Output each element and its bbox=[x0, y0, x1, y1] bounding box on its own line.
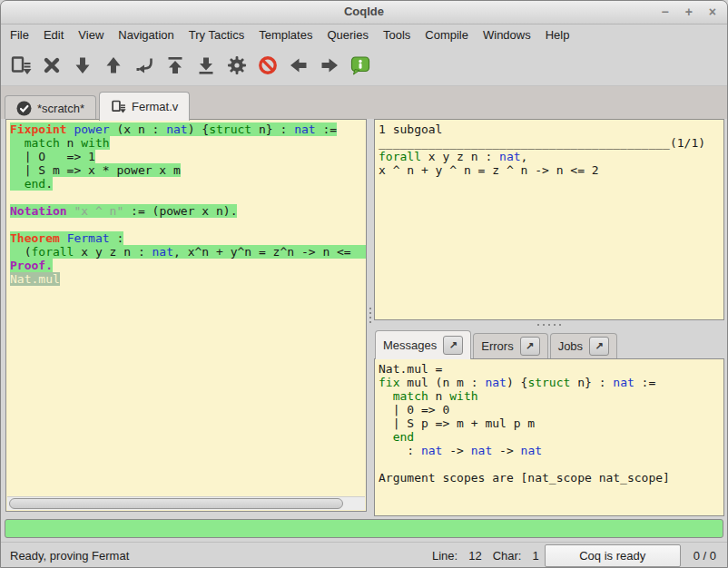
detach-arrow-icon: ↗ bbox=[526, 340, 534, 352]
arrow-down-icon bbox=[72, 54, 93, 76]
toolbar-go-to-start-button[interactable] bbox=[160, 50, 191, 81]
detach-arrow-icon: ↗ bbox=[449, 339, 457, 351]
script-editor-pane[interactable]: Fixpoint power (x n : nat) {struct n} : … bbox=[5, 119, 367, 512]
messages-text: Nat.mul =fix mul (n m : nat) {struct n} … bbox=[375, 359, 723, 485]
tab-label: *scratch* bbox=[37, 102, 84, 115]
check-icon bbox=[16, 101, 32, 116]
horizontal-scrollbar[interactable] bbox=[7, 496, 365, 510]
tab-label: Messages bbox=[383, 338, 437, 352]
coq-state-indicator: Coq is ready bbox=[545, 544, 681, 567]
menu-file[interactable]: File bbox=[3, 25, 36, 44]
menu-tools[interactable]: Tools bbox=[376, 25, 418, 44]
goals-text: 1 subgoal_______________________________… bbox=[375, 120, 723, 177]
vertical-splitter[interactable] bbox=[367, 119, 374, 512]
toolbar bbox=[1, 45, 727, 86]
status-message: Ready, proving Fermat bbox=[10, 549, 421, 563]
tab-fermat[interactable]: Fermat.v bbox=[99, 92, 190, 121]
tab-jobs[interactable]: Jobs ↗ bbox=[550, 333, 617, 358]
toolbar-step-up-button[interactable] bbox=[98, 50, 129, 81]
splitter-dot bbox=[543, 324, 545, 326]
menu-queries[interactable]: Queries bbox=[320, 25, 376, 44]
splitter-dot bbox=[554, 324, 556, 326]
menu-edit[interactable]: Edit bbox=[36, 25, 71, 44]
toolbar-go-to-end-button[interactable] bbox=[191, 50, 221, 81]
menu-compile[interactable]: Compile bbox=[418, 25, 476, 44]
detach-button[interactable]: ↗ bbox=[520, 337, 540, 356]
goals-pane[interactable]: 1 subgoal_______________________________… bbox=[374, 119, 724, 320]
detach-button[interactable]: ↗ bbox=[443, 336, 463, 355]
toolbar-go-to-cursor-button[interactable] bbox=[129, 50, 160, 81]
tab-errors[interactable]: Errors ↗ bbox=[473, 333, 547, 358]
stop-icon bbox=[257, 54, 279, 76]
tab-scratch[interactable]: *scratch* bbox=[5, 95, 96, 120]
menu-windows[interactable]: Windows bbox=[476, 25, 538, 44]
char-value: 1 bbox=[532, 549, 538, 563]
menu-try-tactics[interactable]: Try Tactics bbox=[182, 25, 251, 44]
arrow-up-icon bbox=[103, 54, 124, 76]
tab-messages[interactable]: Messages ↗ bbox=[375, 330, 471, 359]
progress-bar bbox=[5, 519, 723, 538]
close-button[interactable]: × bbox=[709, 4, 716, 20]
buffer-tab-bar: *scratch* Fermat.v bbox=[1, 86, 727, 121]
save-icon bbox=[111, 99, 126, 114]
toolbar-back-button[interactable] bbox=[283, 50, 314, 81]
arrow-right-icon bbox=[319, 54, 340, 76]
window-title: CoqIde bbox=[1, 5, 727, 18]
tab-label: Fermat.v bbox=[132, 100, 178, 113]
title-bar[interactable]: CoqIde − + × bbox=[1, 1, 727, 24]
line-value: 12 bbox=[468, 549, 481, 563]
toolbar-close-button[interactable] bbox=[36, 50, 67, 81]
detach-arrow-icon: ↗ bbox=[595, 340, 604, 352]
save-icon bbox=[10, 54, 32, 76]
menu-bar: File Edit View Navigation Try Tactics Te… bbox=[1, 24, 727, 45]
window-controls: − + × bbox=[661, 4, 716, 20]
minimize-button[interactable]: − bbox=[661, 4, 668, 20]
splitter-dot bbox=[559, 324, 561, 326]
menu-navigation[interactable]: Navigation bbox=[111, 25, 181, 44]
menu-help[interactable]: Help bbox=[538, 25, 577, 44]
splitter-dot bbox=[369, 321, 371, 323]
splitter-dot bbox=[369, 312, 371, 314]
messages-tab-bar: Messages ↗ Errors ↗ Jobs ↗ bbox=[374, 329, 724, 358]
splitter-dot bbox=[369, 317, 371, 318]
toolbar-step-down-button[interactable] bbox=[67, 50, 98, 81]
toolbar-fully-check-button[interactable] bbox=[221, 50, 252, 81]
char-label: Char: bbox=[493, 549, 522, 563]
status-bar: Ready, proving Fermat Line: 12 Char: 1 C… bbox=[1, 542, 728, 568]
toolbar-interrupt-button[interactable] bbox=[252, 50, 283, 81]
menu-view[interactable]: View bbox=[71, 25, 111, 44]
menu-templates[interactable]: Templates bbox=[251, 25, 320, 44]
go-to-start-icon bbox=[164, 54, 186, 76]
splitter-dot bbox=[548, 324, 550, 326]
toolbar-about-button[interactable] bbox=[345, 50, 376, 81]
line-label: Line: bbox=[432, 549, 457, 563]
gear-icon bbox=[226, 54, 248, 76]
toolbar-save-button[interactable] bbox=[5, 50, 36, 81]
status-right-cluster: Line: 12 Char: 1 Coq is ready 0 / 0 bbox=[421, 544, 720, 567]
toolbar-forward-button[interactable] bbox=[314, 50, 345, 81]
tab-label: Errors bbox=[481, 339, 513, 353]
messages-content-pane[interactable]: Nat.mul =fix mul (n m : nat) {struct n} … bbox=[374, 358, 724, 516]
messages-area: Messages ↗ Errors ↗ Jobs ↗ Nat.mul =fix … bbox=[374, 329, 724, 516]
splitter-dot bbox=[369, 308, 371, 309]
coq-state-text: Coq is ready bbox=[579, 549, 645, 563]
close-icon bbox=[41, 54, 63, 76]
tab-label: Jobs bbox=[558, 339, 583, 353]
info-icon bbox=[349, 54, 371, 76]
worker-counter: 0 / 0 bbox=[694, 549, 716, 563]
detach-button[interactable]: ↗ bbox=[589, 337, 609, 356]
script-code: Fixpoint power (x n : nat) {struct n} : … bbox=[6, 120, 366, 286]
maximize-button[interactable]: + bbox=[685, 4, 693, 20]
scrollbar-thumb[interactable] bbox=[9, 498, 343, 509]
main-area: Fixpoint power (x n : nat) {struct n} : … bbox=[1, 119, 728, 516]
go-to-end-icon bbox=[195, 54, 217, 76]
splitter-dot bbox=[537, 324, 539, 326]
go-to-cursor-icon bbox=[133, 54, 155, 76]
coqide-window: CoqIde − + × File Edit View Navigation T… bbox=[0, 0, 728, 568]
arrow-left-icon bbox=[288, 54, 310, 76]
horizontal-splitter[interactable] bbox=[374, 320, 724, 329]
